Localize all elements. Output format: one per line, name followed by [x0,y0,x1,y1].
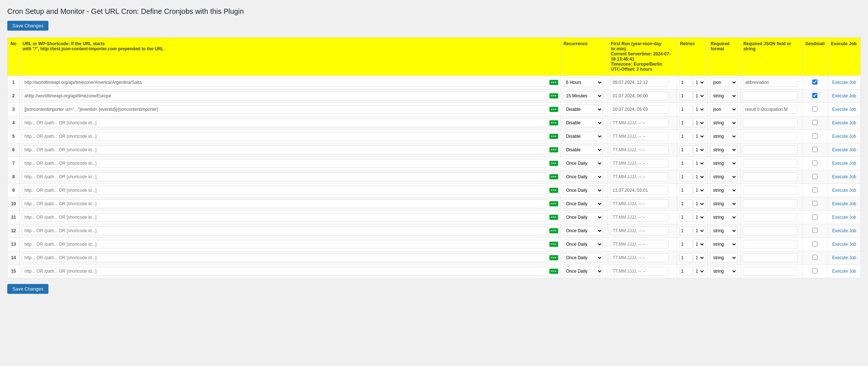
url-input[interactable] [22,92,548,100]
format-select[interactable]: stringjson [710,132,737,141]
json-field-input[interactable] [743,226,797,235]
retries-input[interactable] [679,78,693,87]
json-field-input[interactable] [743,159,797,168]
format-select[interactable]: stringjson [710,172,737,182]
retries-input[interactable] [679,226,693,235]
recurrence-select[interactable]: Disable15 Minutes6 HoursOnce DailyTwice … [563,118,603,128]
json-field-input[interactable] [743,105,797,114]
url-badge[interactable]: +++ [549,215,558,220]
url-input[interactable] [22,240,548,249]
sendmail-checkbox[interactable] [812,133,817,139]
firstrun-input[interactable] [610,199,668,208]
firstrun-input[interactable] [610,172,668,181]
recurrence-select[interactable]: Disable15 Minutes6 HoursOnce DailyTwice … [563,172,603,182]
url-badge[interactable]: +++ [549,93,558,98]
retries-select[interactable]: 123 [693,253,705,262]
sendmail-checkbox[interactable] [812,147,817,152]
url-input[interactable] [22,172,548,181]
sendmail-checkbox[interactable] [812,79,817,85]
sendmail-checkbox[interactable] [812,160,817,166]
retries-input[interactable] [679,213,693,222]
firstrun-input[interactable] [610,105,668,114]
recurrence-select[interactable]: Disable15 Minutes6 HoursOnce DailyTwice … [563,266,603,276]
url-badge[interactable]: +++ [549,174,558,179]
retries-select[interactable]: 123 [693,199,705,209]
execute-job-link[interactable]: Execute Job [832,93,856,98]
recurrence-select[interactable]: Disable15 Minutes6 HoursOnce DailyTwice … [563,91,603,101]
recurrence-select[interactable]: Disable15 Minutes6 HoursOnce DailyTwice … [563,145,603,155]
retries-select[interactable]: 123 [693,266,705,276]
firstrun-input[interactable] [610,253,668,262]
recurrence-select[interactable]: Disable15 Minutes6 HoursOnce DailyTwice … [563,240,603,249]
retries-select[interactable]: 123 [693,186,705,195]
firstrun-input[interactable] [610,159,668,168]
format-select[interactable]: stringjson [710,213,737,222]
retries-select[interactable]: 123 [693,213,705,222]
firstrun-input[interactable] [610,92,668,100]
url-badge[interactable]: +++ [549,269,558,274]
retries-select[interactable]: 123 [693,145,705,155]
json-field-input[interactable] [743,78,797,87]
retries-select[interactable]: 123 [693,78,705,87]
json-field-input[interactable] [743,118,797,127]
recurrence-select[interactable]: Disable15 Minutes6 HoursOnce DailyTwice … [563,159,603,168]
url-badge[interactable]: +++ [549,80,558,85]
url-input[interactable] [22,253,548,262]
retries-select[interactable]: 123 [693,91,705,101]
execute-job-link[interactable]: Execute Job [832,188,856,193]
save-button-bottom[interactable]: Save Changes [7,284,48,294]
execute-job-link[interactable]: Execute Job [832,215,856,220]
retries-input[interactable] [679,172,693,181]
retries-input[interactable] [679,186,693,195]
retries-select[interactable]: 123 [693,240,705,249]
url-input[interactable] [22,118,548,127]
save-button-top[interactable]: Save Changes [7,21,48,31]
url-input[interactable] [22,213,548,222]
firstrun-input[interactable] [610,186,668,195]
retries-input[interactable] [679,145,693,154]
format-select[interactable]: stringjson [710,186,737,195]
recurrence-select[interactable]: Disable15 Minutes6 HoursOnce DailyTwice … [563,253,603,262]
format-select[interactable]: stringjson [710,91,737,101]
retries-input[interactable] [679,267,693,276]
sendmail-checkbox[interactable] [812,201,817,206]
sendmail-checkbox[interactable] [812,214,817,219]
url-input[interactable] [22,267,548,276]
firstrun-input[interactable] [610,213,668,222]
format-select[interactable]: stringjson [710,145,737,155]
url-input[interactable] [22,226,548,235]
execute-job-link[interactable]: Execute Job [832,201,856,206]
retries-select[interactable]: 123 [693,159,705,168]
json-field-input[interactable] [743,199,797,208]
firstrun-input[interactable] [610,267,668,276]
format-select[interactable]: stringjson [710,226,737,235]
execute-job-link[interactable]: Execute Job [832,107,856,112]
retries-input[interactable] [679,240,693,249]
format-select[interactable]: stringjson [710,118,737,128]
json-field-input[interactable] [743,253,797,262]
url-badge[interactable]: +++ [549,242,558,247]
json-field-input[interactable] [743,213,797,222]
format-select[interactable]: stringjson [710,253,737,262]
sendmail-checkbox[interactable] [812,106,817,112]
execute-job-link[interactable]: Execute Job [832,242,856,247]
url-badge[interactable]: +++ [549,147,558,152]
url-input[interactable] [22,159,548,168]
retries-input[interactable] [679,105,693,114]
url-badge[interactable]: +++ [549,134,558,139]
firstrun-input[interactable] [610,145,668,154]
retries-input[interactable] [679,132,693,141]
url-badge[interactable]: +++ [549,228,558,233]
url-input[interactable] [22,132,548,141]
json-field-input[interactable] [743,267,797,276]
execute-job-link[interactable]: Execute Job [832,174,856,179]
execute-job-link[interactable]: Execute Job [832,228,856,233]
retries-input[interactable] [679,159,693,168]
url-input[interactable] [22,78,548,87]
firstrun-input[interactable] [610,226,668,235]
url-badge[interactable]: +++ [549,201,558,206]
sendmail-checkbox[interactable] [812,241,817,246]
retries-select[interactable]: 123 [693,226,705,235]
retries-select[interactable]: 123 [693,172,705,182]
firstrun-input[interactable] [610,118,668,127]
